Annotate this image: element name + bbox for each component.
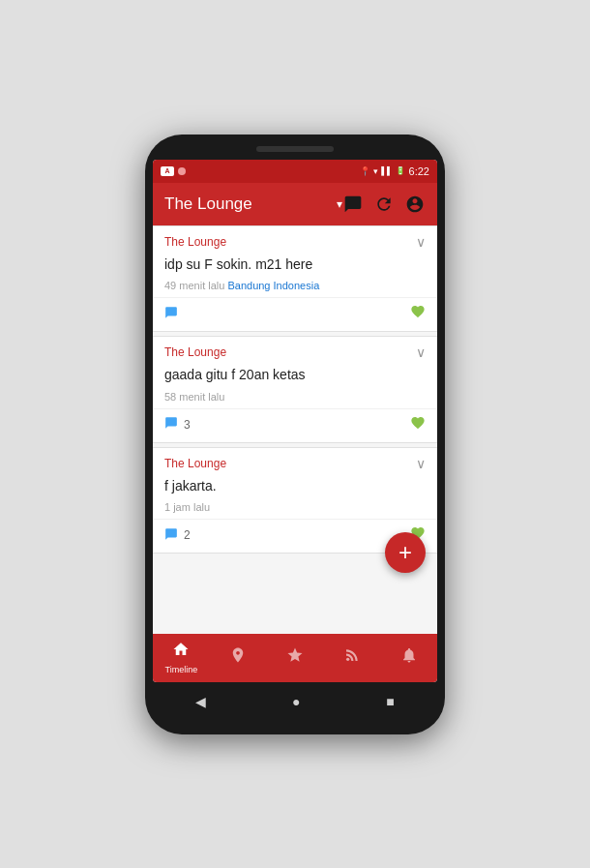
svg-point-0 xyxy=(346,658,349,661)
post-location2[interactable]: Indonesia xyxy=(274,280,320,291)
chat-bubble-icon[interactable] xyxy=(342,194,364,215)
action-left: 3 xyxy=(164,416,191,433)
post-time: 58 menit lalu xyxy=(164,391,224,403)
post-meta: 49 menit lalu Bandung Indonesia xyxy=(153,278,437,297)
battery-icon: 🔋 xyxy=(396,166,405,175)
wifi-icon: ▾ xyxy=(373,166,378,176)
star-nav-icon xyxy=(286,646,304,669)
post-card: The Lounge ∨ gaada gitu f 20an ketas 58 … xyxy=(153,336,437,443)
status-right: 📍 ▾ ▌▌ 🔋 6:22 xyxy=(360,165,429,177)
action-left xyxy=(164,306,178,322)
post-header: The Lounge ∨ xyxy=(153,337,437,364)
post-text: gaada gitu f 20an ketas xyxy=(153,364,437,389)
comment-count: 3 xyxy=(184,418,191,432)
phone-screen: A 📍 ▾ ▌▌ 🔋 6:22 The Lounge ▾ xyxy=(153,160,437,682)
nav-item-timeline[interactable]: Timeline xyxy=(153,641,210,674)
post-time: 49 menit lalu xyxy=(164,280,224,291)
bottom-nav: Timeline xyxy=(153,634,437,682)
system-nav-bar: ◀ ● ■ xyxy=(153,686,437,717)
refresh-icon[interactable] xyxy=(373,194,395,215)
location-nav-icon xyxy=(229,646,247,669)
comment-count: 2 xyxy=(184,528,191,542)
comment-icon[interactable] xyxy=(164,306,178,322)
post-location1[interactable]: Bandung xyxy=(227,280,270,291)
post-card: The Lounge ∨ idp su F sokin. m21 here 49… xyxy=(153,225,437,333)
app-status-icon: A xyxy=(161,166,174,176)
post-meta: 58 menit lalu xyxy=(153,389,437,408)
nav-item-feed[interactable] xyxy=(323,646,380,669)
signal-icons: 📍 ▾ ▌▌ 🔋 xyxy=(360,166,404,176)
back-button[interactable]: ◀ xyxy=(195,694,206,709)
post-text: f jakarta. xyxy=(153,475,437,500)
phone-frame: A 📍 ▾ ▌▌ 🔋 6:22 The Lounge ▾ xyxy=(145,135,445,734)
app-title: The Lounge xyxy=(164,195,333,214)
expand-icon[interactable]: ∨ xyxy=(416,344,426,360)
status-time: 6:22 xyxy=(409,165,429,177)
status-dot xyxy=(178,167,186,175)
post-actions: 3 xyxy=(153,408,437,442)
location-icon: 📍 xyxy=(360,166,370,176)
recent-button[interactable]: ■ xyxy=(386,694,394,709)
fab-button[interactable]: + xyxy=(385,532,426,573)
comment-icon[interactable] xyxy=(164,416,178,433)
content-area: The Lounge ∨ idp su F sokin. m21 here 49… xyxy=(153,225,437,634)
post-channel[interactable]: The Lounge xyxy=(164,345,226,359)
bell-nav-icon xyxy=(400,646,418,669)
status-bar: A 📍 ▾ ▌▌ 🔋 6:22 xyxy=(153,160,437,183)
heart-icon[interactable] xyxy=(410,415,426,434)
post-with-fab: The Lounge ∨ f jakarta. 1 jam lalu xyxy=(153,447,437,554)
phone-speaker xyxy=(256,146,334,152)
heart-icon[interactable] xyxy=(410,304,426,323)
nav-item-favorites[interactable] xyxy=(267,646,324,669)
post-text: idp su F sokin. m21 here xyxy=(153,254,437,279)
app-bar-actions xyxy=(342,194,426,215)
rss-nav-icon xyxy=(343,646,361,669)
post-time: 1 jam lalu xyxy=(164,501,210,513)
post-channel[interactable]: The Lounge xyxy=(164,235,226,249)
expand-icon[interactable]: ∨ xyxy=(416,234,426,250)
home-icon xyxy=(172,641,190,663)
expand-icon[interactable]: ∨ xyxy=(416,456,426,471)
post-header: The Lounge ∨ xyxy=(153,448,437,475)
comment-icon[interactable] xyxy=(164,527,178,544)
post-header: The Lounge ∨ xyxy=(153,226,437,254)
nav-item-notifications[interactable] xyxy=(380,646,437,669)
home-button[interactable]: ● xyxy=(292,694,300,709)
action-left: 2 xyxy=(164,527,191,544)
nav-label-timeline: Timeline xyxy=(165,665,198,674)
status-left: A xyxy=(161,166,186,176)
app-bar: The Lounge ▾ xyxy=(153,183,437,225)
signal-bars: ▌▌ xyxy=(381,166,392,175)
post-channel[interactable]: The Lounge xyxy=(164,457,226,470)
post-actions xyxy=(153,297,437,331)
nav-item-location[interactable] xyxy=(210,646,267,669)
settings-icon[interactable] xyxy=(404,194,426,215)
post-meta: 1 jam lalu xyxy=(153,499,437,519)
